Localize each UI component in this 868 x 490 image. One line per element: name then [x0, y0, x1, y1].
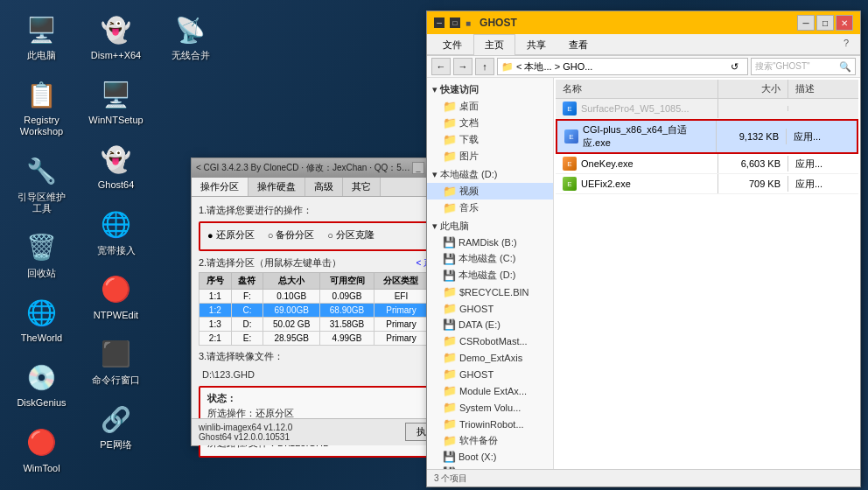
sidebar-item-label: RAMDisk (B:)	[458, 237, 517, 248]
registry-icon: 📋	[24, 77, 60, 112]
folder-icon: 📁	[443, 285, 457, 298]
desktop-icon-boottool[interactable]: 🔧 引导区维护工具	[9, 150, 74, 218]
refresh-button[interactable]: ↺	[724, 58, 744, 75]
pc-label: 此电脑	[27, 50, 56, 61]
sidebar-header-thispc[interactable]: ▾ 此电脑	[427, 218, 553, 234]
folder-icon: 📁	[443, 334, 457, 347]
ghost-title: GHOST	[480, 17, 517, 29]
ghost-minimize-button[interactable]: ─	[434, 18, 444, 28]
sidebar-item-documents[interactable]: 📁 文档	[427, 115, 553, 131]
ghost-window: ─ □ ■ GHOST ─ □ ✕ 文件 主页 共享 查看 ? ← → ↑	[426, 10, 861, 487]
desktop-icon-dism[interactable]: 👻 Dism++X64	[83, 9, 149, 65]
folder-icon: 📁	[443, 133, 457, 146]
cell-drive: D:	[231, 318, 263, 332]
desktop-icon-recycle[interactable]: 🗑️ 回收站	[9, 227, 74, 283]
help-button[interactable]: ?	[836, 34, 856, 54]
desktop-icon-cmd[interactable]: ⬛ 命令行窗口	[83, 333, 149, 389]
ghost-restore-btn[interactable]: □	[816, 15, 834, 31]
file-row-surface[interactable]: E SurfacePro4_W5_1085...	[556, 99, 858, 119]
folder-icon: 📁	[443, 150, 457, 163]
table-row[interactable]: 1:1 F: 0.10GB 0.09GB EFI	[200, 290, 450, 304]
desktop-icon-wireless[interactable]: 📡 无线合并	[158, 9, 223, 65]
radio-backup[interactable]: ○ 备份分区	[268, 228, 315, 242]
ribbon-tab-view[interactable]: 查看	[557, 34, 599, 55]
desktop-icon-diskgenius[interactable]: 💿 DiskGenius	[9, 356, 74, 412]
sidebar-item-localc[interactable]: 💾 本地磁盘 (C:)	[427, 250, 553, 267]
image-path: D:\123.GHD	[199, 368, 450, 382]
minimize-button[interactable]: _	[412, 162, 424, 174]
sidebar-item-label: 视频	[459, 185, 479, 198]
desktop-icon-ghost64[interactable]: 👻 Ghost64	[83, 138, 149, 194]
forward-button[interactable]: →	[453, 58, 472, 75]
ribbon-tab-file[interactable]: 文件	[431, 34, 473, 55]
sidebar-item-ramdisk[interactable]: 💾 RAMDisk (B:)	[427, 234, 553, 250]
chevron-down-icon: ▾	[432, 84, 438, 95]
table-row[interactable]: 1:3 D: 50.02 GB 31.58GB Primary	[200, 318, 450, 332]
sidebar-item-sysvol[interactable]: 📁 System Volu...	[427, 399, 553, 416]
ghost64-icon: 👻	[99, 142, 134, 177]
sidebar-header-quickaccess[interactable]: ▾ 快速访问	[427, 81, 553, 98]
search-bar[interactable]: 搜索"GHOST" 🔍	[751, 58, 856, 75]
tab-other[interactable]: 其它	[343, 178, 381, 196]
file-row-uefix[interactable]: E UEFix2.exe 709 KB 应用...	[556, 174, 858, 194]
file-type-cell	[788, 106, 858, 111]
desktop-icon-pc[interactable]: 🖥️ 此电脑	[9, 9, 74, 65]
table-row[interactable]: 2:1 E: 28.95GB 4.99GB Primary	[200, 332, 450, 346]
radio-clone[interactable]: ○ 分区克隆	[327, 228, 374, 242]
tab-advanced[interactable]: 高级	[305, 178, 343, 196]
section3-label: 3.请选择映像文件：	[199, 350, 450, 363]
sidebar-item-csrobot[interactable]: 📁 CSRobotMast...	[427, 332, 553, 349]
address-bar[interactable]: 📁 < 本地... > GHO... ↺	[497, 58, 748, 75]
ribbon-tab-share[interactable]: 共享	[515, 34, 557, 55]
cell-id: 1:1	[200, 290, 232, 304]
ghost-titlebar[interactable]: ─ □ ■ GHOST ─ □ ✕	[427, 11, 860, 34]
sidebar-item-downloads[interactable]: 📁 下载	[427, 131, 553, 148]
file-size-cell: 709 KB	[718, 176, 788, 192]
winntsetup-icon: 🖥️	[99, 77, 134, 112]
sidebar-section-quickaccess: ▾ 快速访问 📁 桌面 📁 文档 📁 下载	[427, 81, 553, 164]
up-button[interactable]: ↑	[475, 58, 494, 75]
folder-icon: 📁	[443, 116, 457, 130]
cgi-titlebar[interactable]: < CGI 3.4.2.3 By CloneCD · 修改：JexChan · …	[192, 158, 457, 178]
desktop-icon-winntsetup[interactable]: 🖥️ WinNTSetup	[83, 74, 149, 130]
desktop-icon-broadband[interactable]: 🌐 宽带接入	[83, 204, 149, 260]
sidebar-item-locald2[interactable]: 💾 本地磁盘 (D:)	[427, 267, 553, 284]
winntsetup-label: WinNTSetup	[88, 115, 143, 126]
ghost-minimize-btn[interactable]: ─	[797, 15, 815, 31]
sidebar-item-software-backup[interactable]: 📁 软件备份	[427, 432, 553, 449]
sidebar-item-ghost-e[interactable]: 📁 GHOST	[427, 366, 553, 382]
cgi-footer: winlib-imagex64 v1.12.0 Ghost64 v12.0.0.…	[192, 418, 457, 445]
sidebar-item-desktop[interactable]: 📁 桌面	[427, 98, 553, 115]
folder-icon: 📁	[443, 384, 457, 397]
sidebar-item-pictures[interactable]: 📁 图片	[427, 148, 553, 164]
ribbon-tab-home[interactable]: 主页	[473, 34, 515, 55]
wimtool-label: WimTool	[23, 463, 60, 474]
sidebar-section-thispc: ▾ 此电脑 💾 RAMDisk (B:) 💾 本地磁盘 (C:) 💾 本地磁盘 …	[427, 218, 553, 469]
sidebar-item-recycle[interactable]: 📁 $RECYCLE.BIN	[427, 284, 553, 300]
desktop-icon-theworld[interactable]: 🌐 TheWorld	[9, 291, 74, 347]
table-row-selected[interactable]: 1:2 C: 69.00GB 68.90GB Primary	[200, 304, 450, 318]
desktop-icon-wimtool[interactable]: 🔴 WimTool	[9, 422, 74, 478]
file-row-cgiplus[interactable]: E CGI-plus_x86_x64_自适应.exe 9,132 KB 应用..…	[556, 119, 858, 154]
sidebar-item-label: 桌面	[459, 100, 479, 113]
sidebar-header-locald[interactable]: ▾ 本地磁盘 (D:)	[427, 166, 553, 183]
desktop-icon-registry[interactable]: 📋 RegistryWorkshop	[9, 74, 74, 141]
tab-operate-disk[interactable]: 操作硬盘	[248, 178, 305, 196]
desktop-icon-penetwork[interactable]: 🔗 PE网络	[83, 398, 149, 454]
ghost-close-btn[interactable]: ✕	[836, 15, 853, 31]
back-button[interactable]: ←	[431, 58, 451, 75]
sidebar-item-ghost-d[interactable]: 📁 GHOST	[427, 300, 553, 317]
sidebar-item-module[interactable]: 📁 Module ExtAx...	[427, 382, 553, 399]
sidebar-item-triowin[interactable]: 📁 TriowinRobot...	[427, 416, 553, 432]
radio-restore[interactable]: ● 还原分区	[207, 228, 255, 242]
sidebar-item-ghost-folder[interactable]: 📁 视频	[427, 183, 553, 200]
tab-operate-partition[interactable]: 操作分区	[192, 178, 248, 196]
ghost-maximize-button[interactable]: □	[450, 18, 460, 28]
desktop-icon-ntpwedit[interactable]: 🔴 NTPWEdit	[83, 269, 149, 325]
sidebar-item-demo[interactable]: 📁 Demo_ExtAxis	[427, 349, 553, 366]
sidebar-item-music[interactable]: 📁 音乐	[427, 200, 553, 216]
sidebar-item-datae[interactable]: 💾 DATA (E:)	[427, 317, 553, 332]
file-icon: E	[563, 157, 577, 171]
file-row-onekey[interactable]: E OneKey.exe 6,603 KB 应用...	[556, 154, 858, 174]
sidebar-item-bootx[interactable]: 💾 Boot (X:)	[427, 449, 553, 465]
